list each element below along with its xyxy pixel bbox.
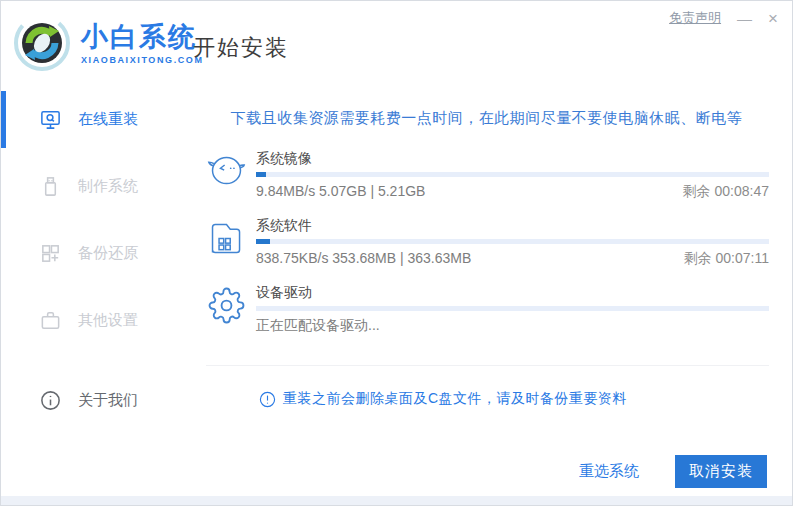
download-notice: 下载且收集资源需要耗费一点时间，在此期间尽量不要使电脑休眠、断电等 — [181, 109, 792, 128]
task-progress-fill — [256, 172, 266, 177]
main-content: 下载且收集资源需要耗费一点时间，在此期间尽量不要使电脑休眠、断电等 系统镜像 9… — [181, 91, 792, 496]
reselect-system-link[interactable]: 重选系统 — [579, 462, 639, 481]
task-list: 系统镜像 9.84MB/s 5.07GB | 5.21GB 剩余 00:08:4… — [181, 150, 792, 335]
task-progress-fill — [256, 239, 270, 244]
sidebar-item-label: 关于我们 — [78, 391, 138, 410]
disclaimer-link[interactable]: 免责声明 — [669, 9, 721, 27]
task-name: 系统镜像 — [256, 150, 769, 167]
sidebar-item-label: 制作系统 — [78, 177, 138, 196]
logo-subtitle: XIAOBAIXITONG.COM — [81, 55, 204, 65]
footer-actions: 重选系统 取消安装 — [579, 455, 767, 488]
task-progressbar — [256, 239, 769, 244]
page-title: 开始安装 — [193, 33, 289, 63]
header: 小白系统 XIAOBAIXITONG.COM 开始安装 免责声明 — × — [1, 1, 792, 91]
backup-warning: 重装之前会删除桌面及C盘文件，请及时备份重要资料 — [206, 365, 769, 408]
app-window: 小白系统 XIAOBAIXITONG.COM 开始安装 免责声明 — × 在线重… — [0, 0, 793, 506]
exclamation-circle-icon — [259, 391, 276, 408]
task-progressbar — [256, 306, 769, 311]
task-name: 系统软件 — [256, 217, 769, 234]
close-button[interactable]: × — [768, 11, 778, 26]
cancel-install-button[interactable]: 取消安装 — [675, 455, 767, 488]
usb-drive-icon — [39, 175, 62, 198]
logo: 小白系统 XIAOBAIXITONG.COM — [13, 14, 204, 72]
sidebar-item-label: 备份还原 — [78, 244, 138, 263]
gear-icon — [206, 285, 247, 326]
sidebar: 在线重装 制作系统 备份还原 其他设置 关于我们 — [1, 91, 181, 496]
task-name: 设备驱动 — [256, 284, 769, 301]
task-row-device-driver: 设备驱动 正在匹配设备驱动... — [206, 284, 769, 335]
sidebar-item-backup-restore[interactable]: 备份还原 — [1, 225, 181, 282]
task-row-system-software: 系统软件 838.75KB/s 353.68MB | 363.63MB 剩余 0… — [206, 217, 769, 268]
sidebar-item-other-settings[interactable]: 其他设置 — [1, 292, 181, 349]
sidebar-item-label: 其他设置 — [78, 311, 138, 330]
mascot-face-icon — [206, 151, 247, 192]
briefcase-icon — [39, 309, 62, 332]
task-remaining: 剩余 00:07:11 — [684, 250, 769, 268]
task-status: 正在匹配设备驱动... — [256, 317, 380, 335]
sidebar-item-about-us[interactable]: 关于我们 — [1, 372, 181, 429]
backup-grid-icon — [39, 242, 62, 265]
monitor-reinstall-icon — [39, 108, 62, 131]
task-row-system-image: 系统镜像 9.84MB/s 5.07GB | 5.21GB 剩余 00:08:4… — [206, 150, 769, 201]
sidebar-item-online-reinstall[interactable]: 在线重装 — [1, 91, 181, 148]
overall-progress-track — [1, 496, 792, 505]
backup-warning-text: 重装之前会删除桌面及C盘文件，请及时备份重要资料 — [283, 390, 627, 408]
xiaobai-logo-icon — [13, 14, 71, 72]
sidebar-item-label: 在线重装 — [78, 110, 138, 129]
minimize-button[interactable]: — — [737, 11, 752, 26]
info-circle-icon — [39, 389, 62, 412]
task-speed: 9.84MB/s 5.07GB | 5.21GB — [256, 183, 425, 199]
task-remaining: 剩余 00:08:47 — [683, 183, 769, 201]
sidebar-item-make-system[interactable]: 制作系统 — [1, 158, 181, 215]
logo-title: 小白系统 — [81, 22, 204, 52]
task-progressbar — [256, 172, 769, 177]
folder-apps-icon — [206, 218, 247, 259]
task-speed: 838.75KB/s 353.68MB | 363.63MB — [256, 250, 471, 266]
